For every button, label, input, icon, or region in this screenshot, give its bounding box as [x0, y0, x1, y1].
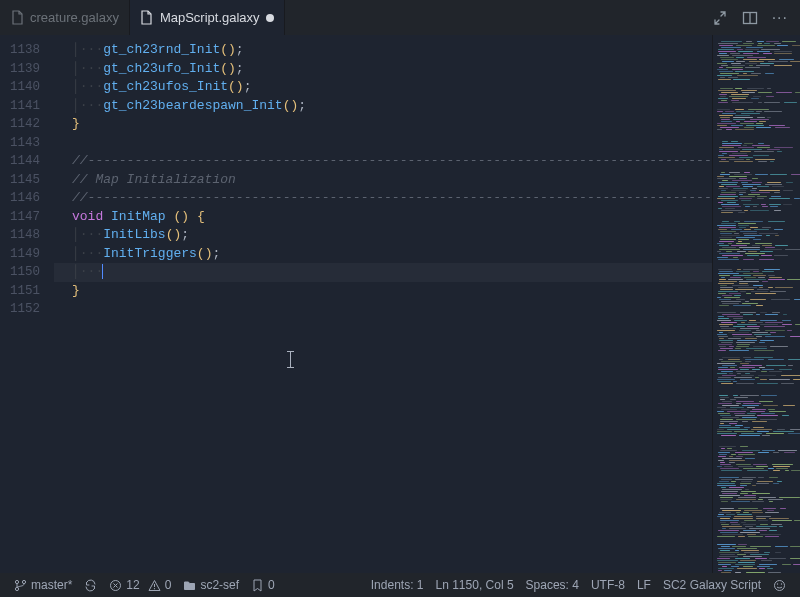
line-number: 1147: [0, 208, 54, 227]
line-number: 1143: [0, 134, 54, 153]
tab-label: MapScript.galaxy: [160, 10, 260, 25]
code-token: gt_ch23beardespawn_Init: [103, 98, 282, 113]
branch-icon: [14, 579, 27, 592]
code-comment: //--------------------------------------…: [72, 190, 712, 205]
file-icon: [140, 11, 154, 25]
minimap[interactable]: [712, 35, 800, 573]
more-actions-icon[interactable]: ···: [772, 9, 788, 27]
sync-icon: [84, 579, 97, 592]
line-number: 1152: [0, 300, 54, 319]
git-branch[interactable]: master*: [8, 578, 78, 592]
code-area[interactable]: │···gt_ch23rnd_Init(); │···gt_ch23ufo_In…: [54, 35, 712, 573]
text-cursor-icon: [290, 351, 291, 368]
dirty-indicator-icon: [266, 14, 274, 22]
code-comment: // Map Initialization: [72, 172, 236, 187]
tab-mapscript[interactable]: MapScript.galaxy: [130, 0, 285, 35]
encoding[interactable]: UTF-8: [585, 578, 631, 592]
code-token: gt_ch23ufo_Init: [103, 61, 220, 76]
problems[interactable]: 12 0: [103, 578, 177, 592]
line-number: 1145: [0, 171, 54, 190]
svg-point-10: [781, 583, 782, 584]
editor[interactable]: 1138113911401141114211431144114511461147…: [0, 35, 800, 573]
line-number: 1149: [0, 245, 54, 264]
feedback[interactable]: [767, 579, 792, 592]
line-number: 1151: [0, 282, 54, 301]
line-number: 1138: [0, 41, 54, 60]
svg-point-3: [15, 587, 18, 590]
line-number: 1139: [0, 60, 54, 79]
bookmarks[interactable]: 0: [245, 578, 281, 592]
cursor-position[interactable]: Ln 1150, Col 5: [430, 578, 520, 592]
warning-count: 0: [165, 578, 172, 592]
split-editor-icon[interactable]: [742, 10, 758, 26]
error-count: 12: [126, 578, 139, 592]
indent-info[interactable]: Indents: 1: [365, 578, 430, 592]
code-token: gt_ch23rnd_Init: [103, 42, 220, 57]
code-token: InitTriggers: [103, 246, 197, 261]
branch-name: master*: [31, 578, 72, 592]
language-mode[interactable]: SC2 Galaxy Script: [657, 578, 767, 592]
code-keyword: void: [72, 209, 103, 224]
compare-icon[interactable]: [712, 10, 728, 26]
eol[interactable]: LF: [631, 578, 657, 592]
line-number: 1144: [0, 152, 54, 171]
svg-point-2: [15, 580, 18, 583]
sync-button[interactable]: [78, 579, 103, 592]
project-folder[interactable]: sc2-sef: [177, 578, 245, 592]
line-number: 1141: [0, 97, 54, 116]
spaces-info[interactable]: Spaces: 4: [520, 578, 585, 592]
bookmark-icon: [251, 579, 264, 592]
folder-name: sc2-sef: [200, 578, 239, 592]
code-function: InitMap: [111, 209, 166, 224]
code-comment: //--------------------------------------…: [72, 153, 712, 168]
error-icon: [109, 579, 122, 592]
svg-point-7: [154, 588, 155, 589]
bookmark-count: 0: [268, 578, 275, 592]
line-number: 1146: [0, 189, 54, 208]
line-number: 1150: [0, 263, 54, 282]
line-number: 1142: [0, 115, 54, 134]
line-number-gutter: 1138113911401141114211431144114511461147…: [0, 35, 54, 573]
code-token: InitLibs: [103, 227, 165, 242]
status-bar: master* 12 0 sc2-sef 0 Indents: 1 Ln 115…: [0, 573, 800, 597]
line-number: 1140: [0, 78, 54, 97]
code-token: gt_ch23ufos_Init: [103, 79, 228, 94]
tab-creature[interactable]: creature.galaxy: [0, 0, 130, 35]
svg-point-4: [22, 580, 25, 583]
svg-point-8: [775, 580, 785, 590]
file-icon: [10, 11, 24, 25]
tab-bar: creature.galaxy MapScript.galaxy ···: [0, 0, 800, 35]
folder-icon: [183, 579, 196, 592]
warning-icon: [148, 579, 161, 592]
smiley-icon: [773, 579, 786, 592]
svg-point-9: [777, 583, 778, 584]
line-number: 1148: [0, 226, 54, 245]
tab-label: creature.galaxy: [30, 10, 119, 25]
